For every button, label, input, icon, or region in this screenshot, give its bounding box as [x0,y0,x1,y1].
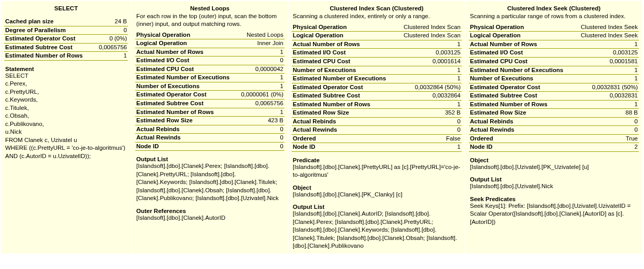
property-value: 0 [124,26,127,35]
property-list: Physical OperationNested LoopsLogical Op… [135,31,284,151]
property-value: 88 B [625,109,638,117]
property-label: Estimated I/O Cost [136,56,189,65]
property-label: Node ID [470,143,492,151]
property-label: Actual Number of Rows [470,40,537,49]
property-row: Physical OperationNested Loops [135,31,284,40]
property-label: Actual Rebinds [293,118,336,126]
object-header: Object [469,152,639,163]
predicate-header: Predicate [292,152,462,163]
property-row: Estimated I/O Cost0 [135,56,284,65]
property-value: 0,003125 [436,49,461,57]
property-value: 24 B [115,18,127,26]
property-row: Logical OperationClustered Index Scan [292,32,462,40]
property-row: Actual Rebinds0 [135,125,284,134]
property-row: Actual Rebinds0 [469,118,639,126]
property-label: Estimated Subtree Cost [293,92,360,100]
property-label: Actual Rewinds [136,134,181,142]
property-row: Actual Rewinds0 [469,126,639,135]
property-row: Estimated Subtree Cost0,0065756 [135,100,284,108]
property-label: Estimated Number of Rows [5,52,83,60]
property-label: Number of Executions [293,66,356,75]
panel-description: For each row in the top (outer) input, s… [135,12,284,31]
property-row: Logical OperationInner Join [135,39,284,48]
property-label: Ordered [293,135,316,143]
property-row: Node ID1 [292,143,462,152]
property-row: Node ID0 [135,143,284,151]
property-value: 0 [635,126,638,134]
property-row: Physical OperationClustered Index Seek [469,23,639,32]
property-row: Estimated Number of Executions1 [292,75,462,83]
property-value: 1 [457,40,461,49]
property-row: Degree of Parallelism0 [4,26,128,35]
property-value: 1 [280,48,283,56]
seek-predicates-text: Seek Keys[1]: Prefix: [Islandsoft].[dbo]… [469,202,639,226]
outer-references-text: [Islandsoft].[dbo].[Clanek].AutorID [135,214,284,222]
property-value: 0 (0%) [109,35,127,43]
property-value: 0 [635,118,638,126]
statement-header: Statement [4,61,128,72]
panel-nested-loops: Nested Loops For each row in the top (ou… [132,1,288,253]
property-label: Estimated Number of Rows [136,108,214,117]
property-row: Estimated CPU Cost0,0001581 [469,58,639,66]
object-header: Object [292,179,462,191]
property-value: 0,0065756 [255,100,283,108]
property-value: 1 [635,75,638,83]
property-value: 1 [457,66,461,75]
property-row: Estimated Row Size88 B [469,109,639,118]
property-row: Estimated Subtree Cost0,0032864 [292,92,462,101]
property-label: Estimated I/O Cost [293,49,346,57]
property-label: Number of Executions [136,82,199,91]
property-label: Estimated Subtree Cost [470,92,537,100]
property-label: Estimated Subtree Cost [136,100,204,108]
panel-title: Clustered Index Scan (Clustered) [292,3,462,12]
property-label: Ordered [470,135,493,143]
property-label: Estimated I/O Cost [470,49,523,57]
property-value: Clustered Index Scan [404,23,461,32]
output-list-header: Output List [292,199,462,210]
property-row: Number of Executions1 [469,75,639,83]
property-value: 0,0001614 [433,58,461,66]
tooltip-panels: SELECT Cached plan size24 BDegree of Par… [0,0,644,254]
property-label: Physical Operation [470,23,524,32]
property-value: 0 [280,134,283,142]
property-label: Logical Operation [293,32,344,40]
property-row: OrderedTrue [469,135,639,144]
property-value: True [626,135,638,143]
output-list-header: Output List [469,171,639,182]
property-row: Estimated Subtree Cost0,0065756 [4,44,128,52]
property-row: Actual Rebinds0 [292,118,462,126]
property-row: Estimated Operator Cost0,0000061 (0%) [135,91,284,100]
property-value: 0,0001581 [610,58,638,66]
property-value: 1 [457,75,461,83]
panel-title: Nested Loops [135,3,284,12]
property-value: 1 [280,74,283,82]
property-label: Actual Rewinds [470,126,514,134]
property-value: 0,0065756 [99,44,127,52]
property-value: 1 [280,82,283,91]
property-value: 0 [280,125,283,134]
property-row: Actual Rewinds0 [292,126,462,135]
object-text: [Islandsoft].[dbo].[Clanek].[PK_Clanky] … [292,191,462,199]
property-label: Estimated Operator Cost [293,83,363,92]
property-value: Clustered Index Seek [581,23,638,32]
property-value: 352 B [445,109,461,117]
property-label: Estimated Operator Cost [136,91,206,99]
object-text: [Islandsoft].[dbo].[Uzivatel].[PK_Uzivat… [469,163,639,172]
property-row: Estimated Number of Rows1 [292,101,462,109]
property-label: Physical Operation [136,31,190,39]
property-row: Logical OperationClustered Index Seek [469,32,639,40]
property-value: 0 [457,118,461,126]
property-row: Estimated Row Size352 B [292,109,462,118]
property-label: Estimated CPU Cost [293,58,350,66]
property-value: 1 [457,143,461,151]
property-label: Estimated Operator Cost [5,35,75,43]
property-value: Inner Join [257,39,283,48]
property-row: Estimated I/O Cost0,003125 [292,49,462,58]
property-row: Physical OperationClustered Index Scan [292,23,462,32]
property-list: Physical OperationClustered Index SeekLo… [469,23,639,152]
property-label: Actual Rebinds [136,125,180,134]
property-row: OrderedFalse [292,135,462,144]
property-value: False [446,135,461,143]
property-value: 0 [457,126,461,134]
property-value: 2 [635,143,638,151]
